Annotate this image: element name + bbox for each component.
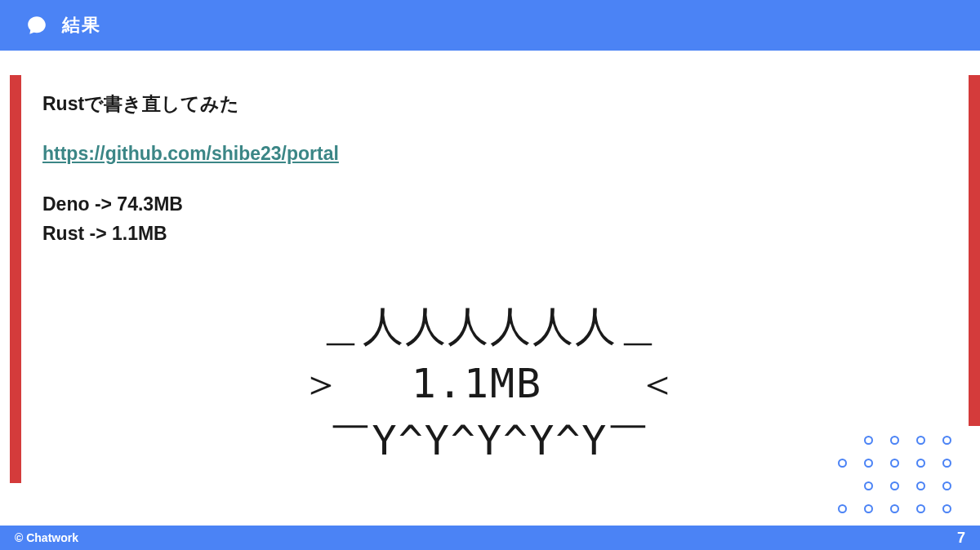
repo-link-block: https://github.com/shibe23/portal [42,143,938,165]
ascii-line-3: ￣Y^Y^Y^Y^Y￣ [330,417,651,464]
slide-header: 結果 [0,0,980,51]
size-deno: Deno -> 74.3MB [42,189,938,220]
slide-content: Rustで書き直してみた https://github.com/shibe23/… [0,51,980,469]
slide-footer: © Chatwork 7 [0,526,980,550]
repo-link[interactable]: https://github.com/shibe23/portal [42,143,339,164]
copyright-text: © Chatwork [15,531,78,544]
chatwork-logo-icon [26,15,47,36]
intro-text: Rustで書き直してみた [42,90,938,118]
dots-decoration [838,436,957,519]
ascii-line-2: ＞ 1.1MB ＜ [301,360,680,407]
size-comparison: Deno -> 74.3MB Rust -> 1.1MB [42,189,938,250]
slide-title: 結果 [62,13,101,38]
ascii-art-emphasis: ＿人人人人人人＿ ＞ 1.1MB ＜ ￣Y^Y^Y^Y^Y￣ [42,298,938,469]
ascii-line-1: ＿人人人人人人＿ [320,303,660,350]
page-number: 7 [957,530,965,547]
size-rust: Rust -> 1.1MB [42,219,938,249]
